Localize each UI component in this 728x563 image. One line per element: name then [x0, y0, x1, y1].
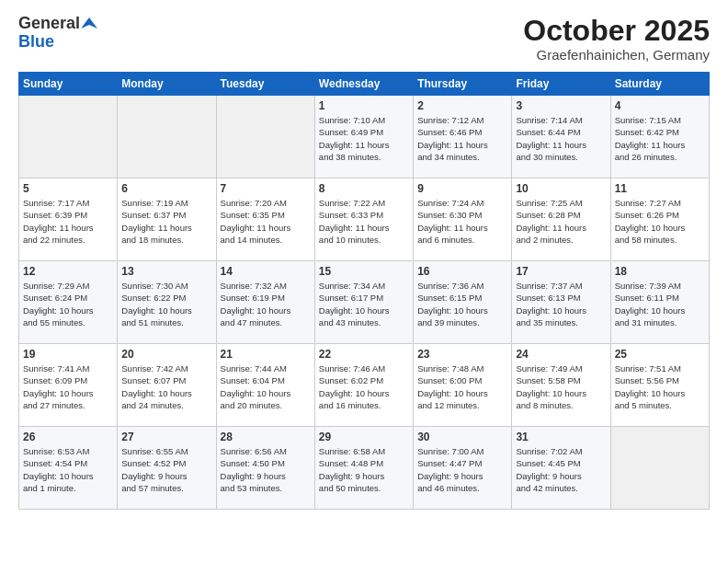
day-info: Sunrise: 7:20 AM Sunset: 6:35 PM Dayligh… — [221, 197, 311, 246]
calendar-cell: 15Sunrise: 7:34 AM Sunset: 6:17 PM Dayli… — [314, 261, 413, 344]
day-info: Sunrise: 7:15 AM Sunset: 6:42 PM Dayligh… — [615, 114, 705, 163]
day-number: 23 — [417, 348, 507, 361]
calendar-cell: 1Sunrise: 7:10 AM Sunset: 6:49 PM Daylig… — [314, 96, 413, 178]
day-info: Sunrise: 7:44 AM Sunset: 6:04 PM Dayligh… — [221, 362, 311, 411]
day-info: Sunrise: 7:48 AM Sunset: 6:00 PM Dayligh… — [417, 362, 507, 411]
day-info: Sunrise: 7:27 AM Sunset: 6:26 PM Dayligh… — [615, 197, 705, 246]
day-number: 30 — [417, 431, 507, 443]
weekday-header-wednesday: Wednesday — [314, 73, 413, 96]
day-info: Sunrise: 7:49 AM Sunset: 5:58 PM Dayligh… — [516, 362, 606, 411]
location-title: Graefenhainichen, Germany — [523, 47, 710, 63]
logo-bird-icon — [81, 16, 97, 32]
calendar-cell: 27Sunrise: 6:55 AM Sunset: 4:52 PM Dayli… — [118, 427, 216, 510]
calendar-cell: 21Sunrise: 7:44 AM Sunset: 6:04 PM Dayli… — [216, 344, 314, 427]
day-number: 17 — [516, 265, 606, 278]
day-number: 5 — [23, 182, 113, 195]
calendar-week-row: 1Sunrise: 7:10 AM Sunset: 6:49 PM Daylig… — [19, 96, 710, 178]
day-number: 18 — [615, 265, 705, 278]
day-info: Sunrise: 7:24 AM Sunset: 6:30 PM Dayligh… — [417, 197, 507, 246]
calendar-cell — [610, 427, 709, 510]
day-info: Sunrise: 7:19 AM Sunset: 6:37 PM Dayligh… — [121, 197, 211, 246]
logo: General Blue — [18, 15, 97, 52]
day-number: 24 — [516, 348, 606, 361]
calendar-cell: 8Sunrise: 7:22 AM Sunset: 6:33 PM Daylig… — [314, 178, 413, 261]
calendar-cell: 16Sunrise: 7:36 AM Sunset: 6:15 PM Dayli… — [414, 261, 512, 344]
day-number: 19 — [23, 348, 113, 361]
day-info: Sunrise: 6:55 AM Sunset: 4:52 PM Dayligh… — [121, 445, 211, 494]
calendar-cell: 28Sunrise: 6:56 AM Sunset: 4:50 PM Dayli… — [216, 427, 314, 510]
day-number: 15 — [319, 265, 409, 278]
calendar-cell: 12Sunrise: 7:29 AM Sunset: 6:24 PM Dayli… — [19, 261, 118, 344]
calendar-cell: 22Sunrise: 7:46 AM Sunset: 6:02 PM Dayli… — [314, 344, 413, 427]
day-number: 13 — [121, 265, 211, 278]
day-number: 29 — [319, 431, 409, 443]
day-info: Sunrise: 7:37 AM Sunset: 6:13 PM Dayligh… — [516, 280, 606, 328]
calendar-cell: 25Sunrise: 7:51 AM Sunset: 5:56 PM Dayli… — [610, 344, 709, 427]
day-info: Sunrise: 7:14 AM Sunset: 6:44 PM Dayligh… — [516, 114, 606, 163]
calendar-cell: 5Sunrise: 7:17 AM Sunset: 6:39 PM Daylig… — [19, 178, 118, 261]
day-number: 2 — [417, 99, 507, 112]
calendar-cell: 29Sunrise: 6:58 AM Sunset: 4:48 PM Dayli… — [314, 427, 413, 510]
day-number: 22 — [319, 348, 409, 361]
calendar-table: SundayMondayTuesdayWednesdayThursdayFrid… — [18, 72, 710, 510]
calendar-cell: 18Sunrise: 7:39 AM Sunset: 6:11 PM Dayli… — [610, 261, 709, 344]
day-info: Sunrise: 7:10 AM Sunset: 6:49 PM Dayligh… — [319, 114, 409, 163]
day-number: 28 — [221, 431, 311, 443]
calendar-cell: 17Sunrise: 7:37 AM Sunset: 6:13 PM Dayli… — [512, 261, 610, 344]
day-number: 11 — [615, 182, 705, 195]
day-number: 20 — [121, 348, 211, 361]
weekday-header-tuesday: Tuesday — [216, 73, 314, 96]
day-info: Sunrise: 7:17 AM Sunset: 6:39 PM Dayligh… — [23, 197, 113, 246]
calendar-week-row: 19Sunrise: 7:41 AM Sunset: 6:09 PM Dayli… — [19, 344, 710, 427]
day-number: 1 — [319, 99, 409, 112]
calendar-cell: 10Sunrise: 7:25 AM Sunset: 6:28 PM Dayli… — [512, 178, 610, 261]
day-number: 4 — [615, 99, 705, 112]
calendar-cell: 9Sunrise: 7:24 AM Sunset: 6:30 PM Daylig… — [414, 178, 512, 261]
day-number: 16 — [417, 265, 507, 278]
day-number: 7 — [221, 182, 311, 195]
day-info: Sunrise: 7:22 AM Sunset: 6:33 PM Dayligh… — [319, 197, 409, 246]
day-info: Sunrise: 7:30 AM Sunset: 6:22 PM Dayligh… — [121, 280, 211, 328]
logo-general-text: General — [18, 15, 80, 33]
calendar-week-row: 26Sunrise: 6:53 AM Sunset: 4:54 PM Dayli… — [19, 427, 710, 510]
day-info: Sunrise: 6:53 AM Sunset: 4:54 PM Dayligh… — [23, 445, 113, 494]
day-info: Sunrise: 7:41 AM Sunset: 6:09 PM Dayligh… — [23, 362, 113, 411]
calendar-cell: 13Sunrise: 7:30 AM Sunset: 6:22 PM Dayli… — [118, 261, 216, 344]
day-info: Sunrise: 7:02 AM Sunset: 4:45 PM Dayligh… — [516, 445, 606, 494]
day-info: Sunrise: 6:56 AM Sunset: 4:50 PM Dayligh… — [221, 445, 311, 494]
day-info: Sunrise: 7:12 AM Sunset: 6:46 PM Dayligh… — [417, 114, 507, 163]
day-info: Sunrise: 7:32 AM Sunset: 6:19 PM Dayligh… — [221, 280, 311, 328]
calendar-cell: 30Sunrise: 7:00 AM Sunset: 4:47 PM Dayli… — [414, 427, 512, 510]
calendar-week-row: 5Sunrise: 7:17 AM Sunset: 6:39 PM Daylig… — [19, 178, 710, 261]
calendar-cell: 6Sunrise: 7:19 AM Sunset: 6:37 PM Daylig… — [118, 178, 216, 261]
day-info: Sunrise: 7:46 AM Sunset: 6:02 PM Dayligh… — [319, 362, 409, 411]
day-number: 9 — [417, 182, 507, 195]
calendar-cell — [216, 96, 314, 178]
calendar-cell: 11Sunrise: 7:27 AM Sunset: 6:26 PM Dayli… — [610, 178, 709, 261]
day-number: 27 — [121, 431, 211, 443]
weekday-header-saturday: Saturday — [610, 73, 709, 96]
day-info: Sunrise: 7:36 AM Sunset: 6:15 PM Dayligh… — [417, 280, 507, 328]
weekday-header-monday: Monday — [118, 73, 216, 96]
calendar-cell: 2Sunrise: 7:12 AM Sunset: 6:46 PM Daylig… — [414, 96, 512, 178]
calendar-cell — [118, 96, 216, 178]
calendar-cell: 3Sunrise: 7:14 AM Sunset: 6:44 PM Daylig… — [512, 96, 610, 178]
day-info: Sunrise: 7:29 AM Sunset: 6:24 PM Dayligh… — [23, 280, 113, 328]
day-info: Sunrise: 7:39 AM Sunset: 6:11 PM Dayligh… — [615, 280, 705, 328]
calendar-cell: 20Sunrise: 7:42 AM Sunset: 6:07 PM Dayli… — [118, 344, 216, 427]
weekday-header-thursday: Thursday — [414, 73, 512, 96]
svg-marker-0 — [81, 17, 97, 29]
logo-blue-text: Blue — [18, 33, 54, 52]
day-info: Sunrise: 7:34 AM Sunset: 6:17 PM Dayligh… — [319, 280, 409, 328]
title-block: October 2025 Graefenhainichen, Germany — [523, 15, 710, 63]
day-number: 8 — [319, 182, 409, 195]
calendar-cell: 31Sunrise: 7:02 AM Sunset: 4:45 PM Dayli… — [512, 427, 610, 510]
calendar-cell: 23Sunrise: 7:48 AM Sunset: 6:00 PM Dayli… — [414, 344, 512, 427]
day-number: 12 — [23, 265, 113, 278]
day-info: Sunrise: 7:42 AM Sunset: 6:07 PM Dayligh… — [121, 362, 211, 411]
day-number: 25 — [615, 348, 705, 361]
calendar-week-row: 12Sunrise: 7:29 AM Sunset: 6:24 PM Dayli… — [19, 261, 710, 344]
weekday-header-sunday: Sunday — [19, 73, 118, 96]
calendar-cell: 26Sunrise: 6:53 AM Sunset: 4:54 PM Dayli… — [19, 427, 118, 510]
day-info: Sunrise: 7:25 AM Sunset: 6:28 PM Dayligh… — [516, 197, 606, 246]
